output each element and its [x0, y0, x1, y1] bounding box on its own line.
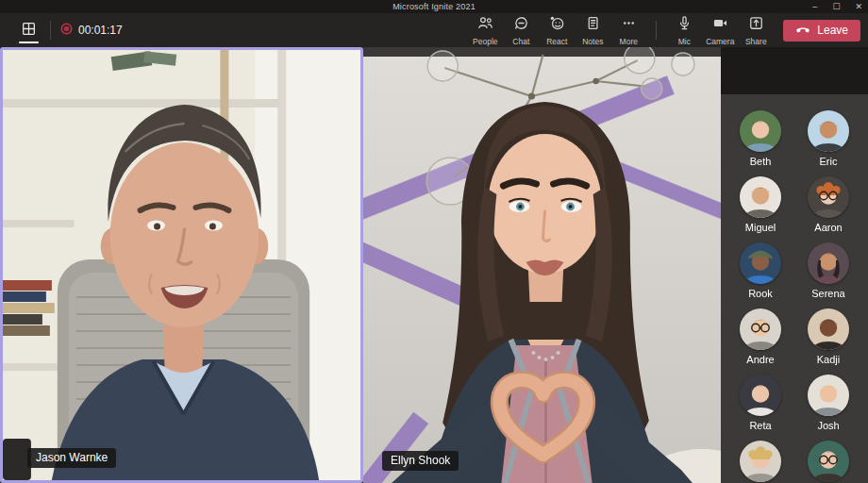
mic-icon: [676, 15, 693, 35]
toolbar-right-group: People Chat: [467, 13, 868, 47]
people-button-label: People: [473, 37, 497, 46]
video-frame-art: [363, 47, 721, 483]
share-button[interactable]: Share: [738, 13, 774, 47]
record-icon: [60, 22, 73, 39]
participant-tile[interactable]: Serena: [795, 242, 861, 299]
video-stage: Jason Warnke: [0, 47, 868, 483]
participant-tile[interactable]: Kadji: [795, 308, 861, 365]
camera-icon: [712, 15, 728, 35]
more-icon: [621, 15, 637, 35]
avatar: [740, 375, 781, 416]
participants-sidebar: Beth Eric Miguel Aaron: [721, 94, 868, 483]
participant-avatar-image: [740, 110, 781, 152]
participant-name: Eric: [820, 156, 838, 167]
react-button-label: React: [546, 37, 567, 46]
avatar: [808, 375, 849, 416]
notes-button[interactable]: Notes: [575, 13, 610, 47]
avatar: [808, 242, 849, 284]
grid-view-icon: [21, 21, 37, 41]
avatar: [740, 308, 781, 350]
video-tile-ellyn-shook[interactable]: Ellyn Shook: [363, 47, 721, 483]
participant-tile[interactable]: Rook: [727, 242, 793, 299]
toolbar-separator: [656, 21, 657, 40]
leave-button-label: Leave: [817, 24, 848, 37]
hangup-icon: [795, 24, 810, 37]
participant-avatar-image: [808, 441, 849, 482]
participant-avatar-image: [808, 375, 849, 416]
participant-avatar-image: [808, 176, 849, 218]
participant-name: Miguel: [745, 222, 776, 233]
more-button-label: More: [620, 37, 638, 46]
participant-avatar-image: [808, 242, 849, 284]
mic-button-label: Mic: [678, 37, 691, 46]
participant-tile[interactable]: Andre: [727, 308, 793, 365]
participant-name: Andre: [746, 354, 774, 365]
mic-button[interactable]: Mic: [666, 13, 702, 47]
recording-indicator: 00:01:17: [60, 22, 123, 39]
participant-avatar-image: [808, 308, 849, 350]
participant-avatar-image: [740, 375, 781, 416]
participant-avatar-image: [740, 441, 781, 482]
chat-button[interactable]: Chat: [503, 13, 539, 47]
participant-nametag: Ellyn Shook: [382, 451, 459, 471]
participant-tile[interactable]: Josh: [795, 375, 861, 431]
avatar: [740, 441, 781, 482]
people-button[interactable]: People: [467, 13, 503, 47]
chat-icon: [513, 15, 529, 35]
camera-button[interactable]: Camera: [702, 13, 738, 47]
participant-tile[interactable]: Eric: [795, 110, 861, 167]
participant-tile[interactable]: Beth: [727, 110, 793, 167]
participant-avatar-image: [740, 308, 781, 350]
participant-avatar-image: [740, 176, 781, 218]
title-bar: Microsoft Ignite 2021 – ☐ ✕: [0, 0, 868, 13]
window-title: Microsoft Ignite 2021: [392, 2, 476, 11]
avatar: [808, 441, 849, 482]
video-frame-art: [3, 50, 360, 480]
participant-name: Beth: [750, 156, 772, 167]
participant-avatar-image: [808, 110, 849, 152]
maximize-button[interactable]: ☐: [832, 0, 840, 13]
notes-icon: [585, 15, 601, 35]
recording-timer: 00:01:17: [78, 24, 123, 37]
more-button[interactable]: More: [610, 13, 646, 47]
toolbar-left-group: 00:01:17: [0, 13, 123, 47]
participant-tile[interactable]: Lila: [727, 441, 793, 483]
participant-tile[interactable]: Jessica: [795, 441, 861, 483]
participant-name: Serena: [811, 288, 844, 299]
participant-name: Kadji: [817, 354, 840, 365]
close-button[interactable]: ✕: [855, 0, 862, 13]
participant-name: Rook: [748, 288, 773, 299]
react-icon: [549, 15, 565, 35]
share-button-label: Share: [745, 37, 767, 46]
leave-button[interactable]: Leave: [783, 20, 860, 42]
avatar: [740, 110, 781, 152]
teams-meeting-window: Microsoft Ignite 2021 – ☐ ✕: [0, 0, 868, 483]
participant-avatar-image: [740, 242, 781, 284]
camera-button-label: Camera: [706, 37, 734, 46]
avatar: [740, 176, 781, 218]
video-tile-jason-warnke[interactable]: Jason Warnke: [0, 47, 363, 483]
react-button[interactable]: React: [539, 13, 575, 47]
participant-name: Reta: [749, 420, 771, 431]
people-icon: [477, 15, 493, 35]
chat-button-label: Chat: [512, 37, 529, 46]
participant-tile[interactable]: Reta: [727, 375, 793, 431]
participant-name: Josh: [817, 420, 839, 431]
avatar: [808, 110, 849, 152]
participant-tile[interactable]: Miguel: [727, 176, 793, 233]
meeting-toolbar: 00:01:17 People: [0, 13, 868, 47]
view-selected-indicator: [19, 42, 39, 43]
share-icon: [748, 15, 764, 35]
window-controls: – ☐ ✕: [812, 0, 862, 13]
notes-button-label: Notes: [582, 37, 603, 46]
avatar: [808, 176, 849, 218]
avatar: [740, 242, 781, 284]
participant-name: Aaron: [814, 222, 842, 233]
minimize-button[interactable]: –: [812, 0, 817, 13]
participant-tile[interactable]: Aaron: [795, 176, 861, 233]
view-switcher-button[interactable]: [17, 13, 41, 47]
participant-nametag: Jason Warnke: [27, 448, 116, 468]
toolbar-separator: [50, 21, 51, 40]
avatar: [808, 308, 849, 350]
